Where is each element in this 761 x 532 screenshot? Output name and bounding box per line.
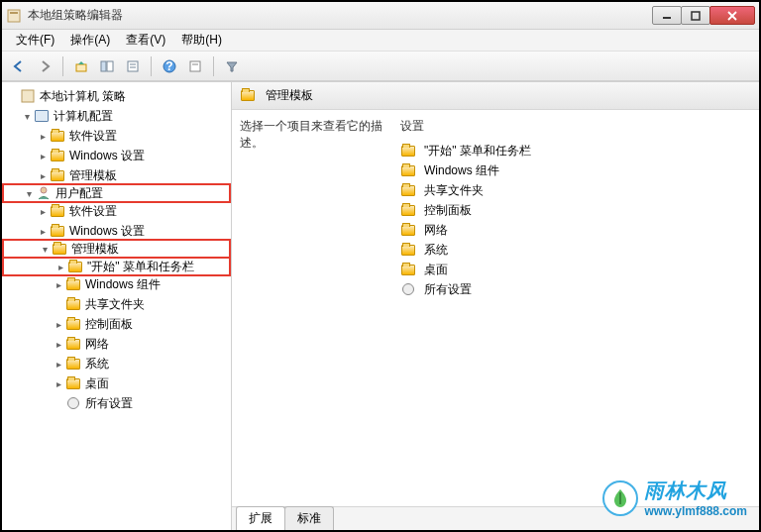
settings-icon — [400, 281, 416, 297]
tree-label: 计算机配置 — [54, 108, 113, 125]
tab-standard[interactable]: 标准 — [284, 506, 334, 530]
description-text: 选择一个项目来查看它的描述。 — [240, 118, 388, 152]
tree-item[interactable]: ▸管理模板 — [2, 165, 231, 185]
expand-icon[interactable]: ▸ — [36, 170, 50, 181]
tree-item[interactable]: ▸软件设置 — [2, 201, 231, 221]
back-button[interactable] — [8, 55, 30, 77]
tree-item[interactable]: ▸桌面 — [2, 373, 231, 393]
up-button[interactable] — [70, 55, 92, 77]
list-label: 网络 — [424, 222, 448, 239]
close-button[interactable] — [709, 6, 755, 25]
menubar: 文件(F) 操作(A) 查看(V) 帮助(H) — [2, 30, 759, 52]
tree-label: "开始" 菜单和任务栏 — [87, 259, 194, 275]
tree-label: 共享文件夹 — [85, 296, 145, 313]
expand-icon[interactable]: ▸ — [36, 226, 50, 237]
expand-icon[interactable]: ▸ — [52, 359, 65, 370]
folder-icon — [67, 259, 83, 274]
menu-action[interactable]: 操作(A) — [62, 30, 118, 51]
expand-icon[interactable]: ▸ — [36, 131, 50, 142]
folder-icon — [400, 222, 416, 238]
svg-rect-3 — [692, 12, 700, 20]
expand-icon[interactable]: ▸ — [52, 279, 65, 290]
list-item[interactable]: 网络 — [400, 220, 751, 240]
folder-icon — [400, 262, 416, 277]
tree-item[interactable]: ▸软件设置 — [2, 126, 231, 146]
list-item[interactable]: "开始" 菜单和任务栏 — [400, 141, 751, 160]
tree-label: 桌面 — [85, 375, 109, 392]
list-item[interactable]: 控制面板 — [400, 200, 751, 220]
content-pane: 管理模板 选择一个项目来查看它的描述。 设置 "开始" 菜单和任务栏 Windo… — [232, 82, 759, 530]
list-label: 所有设置 — [424, 281, 472, 298]
expand-icon[interactable]: ▸ — [52, 378, 65, 389]
list-item[interactable]: 共享文件夹 — [400, 180, 751, 200]
tree-label: Windows 设置 — [69, 223, 145, 240]
expand-icon[interactable]: ▸ — [36, 151, 50, 161]
filter-button[interactable] — [221, 55, 243, 77]
minimize-button[interactable] — [652, 6, 682, 25]
list-item[interactable]: 桌面 — [400, 260, 751, 279]
tree-item[interactable]: ▸控制面板 — [2, 314, 231, 334]
tree-item[interactable]: ▸所有设置 — [2, 393, 231, 413]
properties-button[interactable] — [184, 55, 206, 77]
menu-view[interactable]: 查看(V) — [118, 30, 173, 51]
app-icon — [6, 8, 22, 24]
settings-list: 设置 "开始" 菜单和任务栏 Windows 组件 共享文件夹 控制面板 网络 … — [400, 118, 751, 498]
tree-admin-templates[interactable]: ▾管理模板 — [2, 239, 231, 259]
folder-icon — [240, 88, 256, 104]
expand-icon[interactable]: ▸ — [52, 339, 65, 350]
toolbar-separator — [62, 56, 63, 76]
list-label: 控制面板 — [424, 202, 472, 219]
show-hide-tree-button[interactable] — [96, 55, 118, 77]
tree-computer-config[interactable]: ▾ 计算机配置 — [2, 106, 231, 126]
tree-label: 网络 — [85, 336, 109, 353]
expand-icon[interactable]: ▸ — [36, 206, 50, 217]
tree-pane[interactable]: ▶ 本地计算机 策略 ▾ 计算机配置 ▸软件设置 ▸Windows 设置 ▸管理… — [2, 82, 232, 530]
toolbar-separator — [213, 56, 214, 76]
tree-user-config[interactable]: ▾ 用户配置 — [2, 183, 231, 203]
svg-point-17 — [41, 187, 47, 193]
svg-rect-0 — [8, 10, 20, 22]
tree-start-taskbar[interactable]: ▸"开始" 菜单和任务栏 — [2, 257, 231, 276]
folder-icon — [65, 296, 81, 312]
collapse-icon[interactable]: ▾ — [22, 188, 36, 199]
folder-icon — [50, 148, 65, 163]
help-button[interactable]: ? — [159, 55, 180, 77]
collapse-icon[interactable]: ▾ — [38, 244, 52, 255]
export-list-button[interactable] — [122, 55, 144, 77]
tree-item[interactable]: ▸Windows 组件 — [2, 274, 231, 294]
window-controls — [653, 6, 755, 25]
menu-file[interactable]: 文件(F) — [8, 30, 62, 51]
folder-icon — [52, 241, 67, 257]
tab-extended[interactable]: 扩展 — [236, 506, 285, 530]
settings-column-header[interactable]: 设置 — [400, 118, 751, 135]
list-item[interactable]: Windows 组件 — [400, 160, 751, 180]
tree-label: 管理模板 — [69, 167, 117, 184]
forward-button[interactable] — [34, 55, 55, 77]
expand-icon[interactable]: ▸ — [52, 319, 65, 330]
tree-label: 本地计算机 策略 — [40, 88, 126, 105]
maximize-button[interactable] — [681, 6, 710, 25]
tree-item[interactable]: ▸系统 — [2, 354, 231, 373]
svg-rect-1 — [10, 12, 18, 14]
expand-icon[interactable]: ▸ — [54, 262, 67, 272]
tree-item[interactable]: ▸Windows 设置 — [2, 221, 231, 241]
folder-icon — [50, 203, 65, 219]
tree-item[interactable]: ▸共享文件夹 — [2, 294, 231, 314]
tree-item[interactable]: ▸网络 — [2, 334, 231, 354]
content-title: 管理模板 — [266, 87, 313, 104]
svg-rect-9 — [128, 61, 138, 71]
menu-help[interactable]: 帮助(H) — [173, 30, 230, 51]
content-header: 管理模板 — [232, 82, 759, 110]
list-label: 桌面 — [424, 262, 448, 278]
folder-icon — [65, 316, 81, 332]
tree-item[interactable]: ▸Windows 设置 — [2, 146, 231, 165]
list-item[interactable]: 系统 — [400, 240, 751, 260]
list-item[interactable]: 所有设置 — [400, 279, 751, 299]
user-icon — [36, 185, 52, 201]
collapse-icon[interactable]: ▾ — [20, 111, 34, 122]
tree-label: 软件设置 — [69, 128, 117, 145]
folder-icon — [400, 162, 416, 178]
tree-root[interactable]: ▶ 本地计算机 策略 — [2, 86, 231, 106]
svg-rect-16 — [22, 90, 34, 102]
titlebar: 本地组策略编辑器 — [2, 2, 759, 30]
